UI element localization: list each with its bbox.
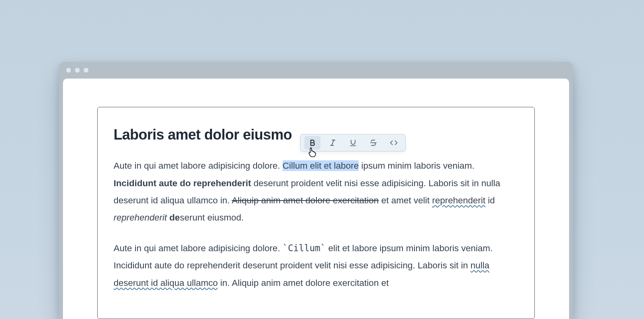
document-body[interactable]: Aute in qui amet labore adipisicing dolo…: [114, 157, 518, 291]
traffic-light-close[interactable]: [66, 68, 71, 73]
code-icon: [389, 139, 398, 147]
app-window: Laboris amet dolor eiusmo Aute in qui am…: [59, 62, 573, 319]
text-run-normal[interactable]: in. Aliquip anim amet dolore exercitatio…: [218, 278, 389, 288]
window-body: Laboris amet dolor eiusmo Aute in qui am…: [63, 79, 569, 319]
svg-line-2: [332, 140, 334, 145]
text-run-bold[interactable]: Incididunt aute do reprehenderit: [114, 178, 251, 188]
text-run-highlight[interactable]: Cillum elit et labore: [283, 160, 359, 171]
text-run-normal[interactable]: Aute in qui amet labore adipisicing dolo…: [114, 161, 283, 171]
traffic-light-zoom[interactable]: [84, 68, 88, 73]
strikethrough-button[interactable]: [365, 136, 381, 150]
text-run-normal[interactable]: serunt eiusmod.: [180, 213, 243, 223]
bold-icon: [308, 139, 316, 147]
paragraph[interactable]: Aute in qui amet labore adipisicing dolo…: [114, 157, 518, 226]
text-run-normal[interactable]: et amet velit: [379, 195, 432, 205]
text-run-bold[interactable]: de: [169, 213, 180, 223]
text-run-normal[interactable]: id: [485, 195, 495, 205]
italic-icon: [329, 139, 337, 147]
underline-icon: [349, 139, 357, 147]
text-run-wavy[interactable]: reprehenderit: [432, 195, 485, 205]
text-run-normal[interactable]: Aute in qui amet labore adipisicing dolo…: [114, 243, 283, 253]
traffic-light-minimize[interactable]: [75, 68, 80, 73]
bold-button[interactable]: [304, 136, 320, 150]
underline-button[interactable]: [345, 136, 361, 150]
formatting-toolbar: [300, 134, 406, 152]
text-run-code[interactable]: Cillum: [288, 243, 320, 253]
text-run-tick[interactable]: `: [283, 243, 288, 253]
text-run-tick[interactable]: `: [320, 243, 326, 253]
text-run-normal[interactable]: ipsum minim laboris veniam.: [359, 161, 474, 171]
window-titlebar: [59, 62, 573, 79]
text-run-italic[interactable]: reprehenderit: [114, 213, 167, 223]
text-run-strike[interactable]: Aliquip anim amet dolore exercitation: [232, 195, 379, 205]
paragraph[interactable]: Aute in qui amet labore adipisicing dolo…: [114, 240, 518, 291]
strikethrough-icon: [369, 139, 377, 147]
italic-button[interactable]: [325, 136, 341, 150]
code-button[interactable]: [386, 136, 402, 150]
